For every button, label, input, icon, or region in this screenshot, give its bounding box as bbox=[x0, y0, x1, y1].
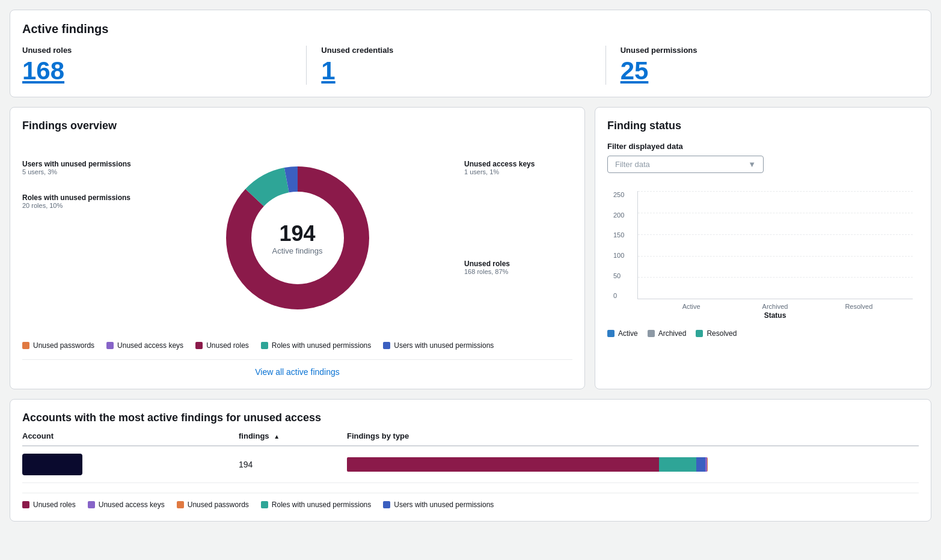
y-label-250: 250 bbox=[613, 191, 624, 198]
ann-users-title: Users with unused permissions bbox=[22, 160, 143, 168]
bar-chart-legend: Active Archived Resolved bbox=[607, 329, 919, 338]
findings-overview-card: Findings overview Users with unused perm… bbox=[10, 107, 585, 389]
unused-roles-label: Unused roles bbox=[22, 46, 292, 55]
legend-label-unused-passwords: Unused passwords bbox=[33, 341, 94, 350]
stacked-bar-segment bbox=[659, 457, 696, 472]
legend-users-unused-permissions: Users with unused permissions bbox=[383, 341, 494, 350]
stat-unused-roles: Unused roles 168 bbox=[22, 46, 307, 85]
legend-label-roles-unused-permissions: Roles with unused permissions bbox=[272, 341, 371, 350]
legend-label-unused-roles: Unused roles bbox=[206, 341, 249, 350]
unused-permissions-value[interactable]: 25 bbox=[621, 57, 890, 85]
legend-dot-accounts-roles-unused-permissions bbox=[261, 501, 268, 508]
filter-label: Filter displayed data bbox=[607, 142, 919, 151]
annotation-roles-unused-permissions: Roles with unused permissions 20 roles, … bbox=[22, 193, 143, 209]
col-account-header: Account bbox=[22, 431, 239, 440]
unused-roles-value[interactable]: 168 bbox=[22, 57, 292, 85]
stat-unused-credentials: Unused credentials 1 bbox=[321, 46, 605, 85]
y-label-0: 0 bbox=[613, 292, 624, 299]
legend-unused-passwords: Unused passwords bbox=[22, 341, 94, 350]
stat-unused-permissions: Unused permissions 25 bbox=[621, 46, 904, 85]
ann-roles-sub: 20 roles, 10% bbox=[22, 202, 143, 209]
y-label-100: 100 bbox=[613, 252, 624, 259]
findings-legend: Unused passwords Unused access keys Unus… bbox=[22, 341, 572, 350]
ann-unused-roles-sub: 168 roles, 87% bbox=[464, 268, 572, 275]
stacked-bar-segment bbox=[347, 457, 659, 472]
donut-center-label: Active findings bbox=[272, 246, 323, 255]
legend-accounts-users-unused-permissions: Users with unused permissions bbox=[383, 501, 494, 509]
ann-unused-roles-title: Unused roles bbox=[464, 260, 572, 268]
annotation-unused-roles: Unused roles 168 roles, 87% bbox=[464, 260, 572, 275]
legend-label-active: Active bbox=[618, 329, 638, 338]
sort-icon: ▲ bbox=[274, 433, 280, 440]
x-axis-title: Status bbox=[637, 311, 913, 320]
legend-dot-unused-roles bbox=[195, 342, 203, 349]
findings-overview-title: Findings overview bbox=[22, 120, 572, 132]
bar-chart: 250 200 150 100 50 0 bbox=[607, 185, 919, 320]
legend-dot-accounts-unused-passwords bbox=[177, 501, 184, 508]
legend-active: Active bbox=[607, 329, 638, 338]
findings-count: 194 bbox=[239, 460, 253, 469]
annotation-unused-access-keys: Unused access keys 1 users, 1% bbox=[464, 160, 572, 175]
legend-accounts-unused-roles: Unused roles bbox=[22, 501, 76, 509]
view-all-findings: View all active findings bbox=[22, 359, 572, 377]
x-label-resolved: Resolved bbox=[817, 303, 901, 310]
ann-access-sub: 1 users, 1% bbox=[464, 168, 572, 175]
legend-label-unused-access-keys: Unused access keys bbox=[117, 341, 183, 350]
finding-status-title: Finding status bbox=[607, 120, 919, 132]
stacked-bar-segment bbox=[707, 457, 708, 472]
legend-dot-roles-unused-permissions bbox=[261, 342, 268, 349]
page-title: Active findings bbox=[22, 22, 919, 36]
stacked-bar bbox=[347, 457, 708, 472]
legend-resolved: Resolved bbox=[696, 329, 737, 338]
y-label-200: 200 bbox=[613, 212, 624, 219]
annotation-users-unused-permissions: Users with unused permissions 5 users, 3… bbox=[22, 160, 143, 175]
legend-dot-archived bbox=[648, 330, 655, 337]
legend-dot-resolved bbox=[696, 330, 703, 337]
table-row: 194 bbox=[22, 446, 919, 483]
ann-access-title: Unused access keys bbox=[464, 160, 572, 168]
x-label-active: Active bbox=[649, 303, 733, 310]
donut-total: 194 bbox=[272, 221, 323, 246]
x-label-archived: Archived bbox=[733, 303, 817, 310]
unused-permissions-label: Unused permissions bbox=[621, 46, 890, 55]
accounts-section-title: Accounts with the most active findings f… bbox=[22, 412, 919, 424]
account-avatar bbox=[22, 454, 82, 475]
legend-label-archived: Archived bbox=[658, 329, 687, 338]
legend-roles-unused-permissions: Roles with unused permissions bbox=[261, 341, 371, 350]
legend-label-resolved: Resolved bbox=[707, 329, 737, 338]
account-cell bbox=[22, 454, 239, 475]
col-by-type-header: Findings by type bbox=[347, 431, 919, 440]
legend-dot-accounts-users-unused-permissions bbox=[383, 501, 390, 508]
legend-label-accounts-unused-passwords: Unused passwords bbox=[188, 501, 249, 509]
stats-row: Unused roles 168 Unused credentials 1 Un… bbox=[22, 46, 919, 85]
col-findings-header[interactable]: findings ▲ bbox=[239, 431, 347, 440]
legend-label-accounts-users-unused-permissions: Users with unused permissions bbox=[394, 501, 494, 509]
y-label-50: 50 bbox=[613, 272, 624, 279]
legend-dot-unused-access-keys bbox=[106, 342, 114, 349]
legend-archived: Archived bbox=[648, 329, 687, 338]
legend-label-accounts-unused-access-keys: Unused access keys bbox=[99, 501, 165, 509]
filter-data-dropdown[interactable]: Filter data ▼ bbox=[607, 156, 764, 173]
ann-users-sub: 5 users, 3% bbox=[22, 168, 143, 175]
filter-placeholder: Filter data bbox=[615, 160, 650, 169]
table-header: Account findings ▲ Findings by type bbox=[22, 431, 919, 446]
legend-unused-roles: Unused roles bbox=[195, 341, 249, 350]
y-label-150: 150 bbox=[613, 231, 624, 239]
legend-dot-unused-passwords bbox=[22, 342, 29, 349]
unused-credentials-label: Unused credentials bbox=[321, 46, 590, 55]
legend-label-users-unused-permissions: Users with unused permissions bbox=[394, 341, 494, 350]
stacked-bar-segment bbox=[696, 457, 706, 472]
legend-accounts-unused-access-keys: Unused access keys bbox=[88, 501, 165, 509]
accounts-card: Accounts with the most active findings f… bbox=[10, 399, 931, 522]
legend-dot-accounts-unused-roles bbox=[22, 501, 29, 508]
legend-label-accounts-unused-roles: Unused roles bbox=[33, 501, 76, 509]
by-type-cell bbox=[347, 457, 919, 472]
unused-credentials-value[interactable]: 1 bbox=[321, 57, 590, 85]
ann-roles-title: Roles with unused permissions bbox=[22, 193, 143, 202]
donut-center: 194 Active findings bbox=[272, 221, 323, 255]
accounts-legend: Unused roles Unused access keys Unused p… bbox=[22, 493, 919, 509]
legend-accounts-roles-unused-permissions: Roles with unused permissions bbox=[261, 501, 371, 509]
view-all-link[interactable]: View all active findings bbox=[255, 367, 340, 377]
finding-status-card: Finding status Filter displayed data Fil… bbox=[595, 107, 931, 389]
findings-cell: 194 bbox=[239, 460, 347, 469]
